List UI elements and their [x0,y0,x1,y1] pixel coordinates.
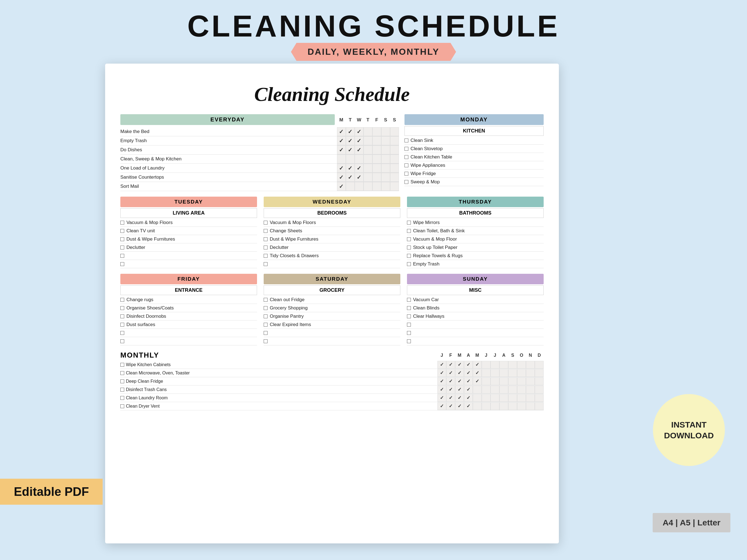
checkbox [405,163,408,167]
wednesday-sub: BEDROOMS [264,208,400,218]
checkbox [120,323,124,327]
checkbox [405,180,408,184]
monday-task-row: Wipe Appliances [405,161,544,169]
monthly-check-cell [535,369,544,377]
check-cell [381,136,390,145]
month-col-label: S [508,353,517,358]
monday-task-row: Sweep & Mop [405,178,544,186]
monthly-check-cell: ✓ [464,402,473,410]
checkbox [264,262,267,266]
month-col-label: O [517,353,526,358]
monthly-check-cell: ✓ [464,377,473,385]
monthly-check-cell [473,386,482,394]
thursday-section: THURSDAY BATHROOMS Wipe MirrorsClean Toi… [407,196,544,268]
check-cell: ✓ [355,127,364,136]
monday-tasks: Clean SinkClean StovetopClean Kitchen Ta… [405,136,544,186]
month-col-label: F [446,353,455,358]
sunday-task-row: Clear Hallways [407,312,544,321]
everyday-task-label: One Load of Laundry [120,164,337,172]
monthly-check-cell [491,377,499,385]
monthly-check-cell: ✓ [455,394,464,402]
sunday-task-label: Clear Hallways [413,314,444,319]
check-cell: ✓ [355,136,364,145]
checkbox [120,404,124,408]
thursday-task-label: Wipe Mirrors [413,220,440,225]
check-cell: ✓ [355,145,364,154]
month-col-label: A [464,353,473,358]
monthly-check-cell [517,394,526,402]
monthly-check-cell [526,402,535,410]
check-cell [381,127,390,136]
monthly-task-row: Clean Laundry Room✓✓✓✓ [120,394,544,402]
monthly-task-row: Disinfect Trash Cans✓✓✓✓ [120,385,544,394]
everyday-task-row: Sanitise Countertops✓✓✓ [120,173,399,182]
tuesday-section: TUESDAY LIVING AREA Vacuum & Mop FloorsC… [120,196,257,268]
thursday-task-label: Vacuum & Mop Floor [413,236,457,242]
checkbox [120,396,124,400]
check-cell: ✓ [337,164,346,172]
thursday-task-row: Clean Toilet, Bath & Sink [407,227,544,235]
monthly-check-cell [535,377,544,385]
checkbox [120,221,124,224]
day-M: M [337,117,346,123]
monday-task-label: Clean Stovetop [411,146,443,152]
day-S2: S [390,117,399,123]
checkbox [264,237,267,241]
check-cell [390,155,399,163]
saturday-section: SATURDAY GROCERY Clean out FridgeGrocery… [264,274,400,345]
monthly-check-cell [491,386,499,394]
monday-section: MONDAY KITCHEN Clean SinkClean StovetopC… [405,114,544,191]
monthly-check-cell [499,394,508,402]
monthly-label: MONTHLY [120,351,437,359]
tuesday-task-row: Vacuum & Mop Floors [120,218,257,227]
checkbox [264,221,267,224]
check-cell [381,145,390,154]
check-cell [364,164,372,172]
everyday-task-row: Make the Bed✓✓✓ [120,127,399,136]
check-cell [372,155,381,163]
monthly-check-cell [526,361,535,369]
monthly-check-cell [517,361,526,369]
check-cell [364,145,372,154]
friday-tasks: Change rugsOrganise Shoes/CoatsDisinfect… [120,296,257,345]
check-cell [337,155,346,163]
monthly-months-header: JFMAMJJASOND [437,353,544,358]
monthly-check-cell [517,369,526,377]
checkbox [264,331,267,335]
friday-task-row [120,337,257,345]
check-cell: ✓ [346,145,355,154]
friday-task-label: Organise Shoes/Coats [126,305,174,311]
saturday-tasks: Clean out FridgeGrocery ShoppingOrganise… [264,296,400,345]
everyday-task-row: Do Dishes✓✓✓ [120,145,399,155]
monthly-task-row: Deep Clean Fridge✓✓✓✓✓ [120,377,544,385]
check-cell: ✓ [346,164,355,172]
checkbox [405,172,408,176]
saturday-task-row [264,337,400,345]
everyday-task-label: Make the Bed [120,128,337,135]
monthly-check-cell [482,402,491,410]
sunday-task-row [407,321,544,329]
checkbox [120,306,124,310]
monday-header: MONDAY [405,114,544,125]
thursday-header: THURSDAY [407,196,544,207]
checkbox [407,331,411,335]
main-title: CLEANING SCHEDULE [0,8,747,44]
monthly-task-row: Clean Microwave, Oven, Toaster✓✓✓✓✓ [120,369,544,377]
thursday-tasks: Wipe MirrorsClean Toilet, Bath & SinkVac… [407,218,544,268]
day-T1: T [346,117,355,123]
monthly-check-cell: ✓ [473,369,482,377]
check-cell [346,182,355,191]
check-cell [390,173,399,182]
monthly-check-cell: ✓ [437,369,446,377]
checkbox [120,246,124,249]
monthly-check-cell [508,361,517,369]
sunday-header: SUNDAY [407,274,544,284]
tuesday-task-label: Declutter [126,245,145,250]
document: Cleaning Schedule EVERYDAY M T W T F S S… [105,63,559,543]
check-cell: ✓ [355,173,364,182]
tuesday-task-label: Clean TV unit [126,228,155,234]
wednesday-task-label: Tidy Closets & Drawers [270,253,319,259]
saturday-task-label: Organise Pantry [270,314,304,319]
check-cell: ✓ [337,127,346,136]
tuesday-task-label: Dust & Wipe Furnitures [126,236,175,242]
